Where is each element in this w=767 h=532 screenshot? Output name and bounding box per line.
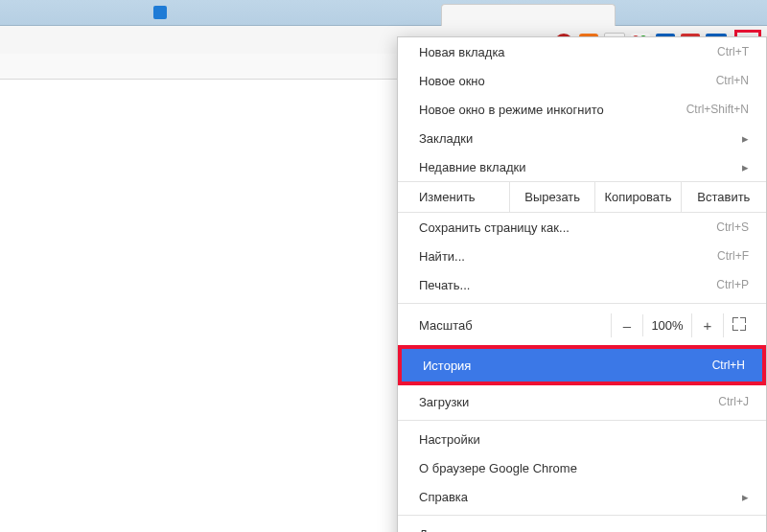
zoom-in-button[interactable]: + bbox=[691, 313, 723, 337]
menu-save-as[interactable]: Сохранить страницу как... Ctrl+S bbox=[398, 213, 766, 242]
page-subbar bbox=[0, 54, 397, 80]
chevron-right-icon: ▸ bbox=[742, 490, 749, 504]
fullscreen-button[interactable] bbox=[723, 313, 755, 337]
menu-item-label: Новое окно bbox=[419, 74, 485, 88]
menu-item-label: Недавние вкладки bbox=[419, 160, 525, 174]
menu-item-label: Загрузки bbox=[419, 395, 469, 409]
menu-bookmarks[interactable]: Закладки ▸ bbox=[398, 124, 766, 152]
menu-separator bbox=[398, 303, 766, 304]
menu-item-shortcut: Ctrl+Shift+N bbox=[686, 103, 749, 116]
menu-item-shortcut: Ctrl+J bbox=[718, 395, 749, 408]
menu-downloads[interactable]: Загрузки Ctrl+J bbox=[398, 387, 766, 416]
menu-item-label: Справка bbox=[419, 490, 468, 504]
menu-find[interactable]: Найти... Ctrl+F bbox=[398, 242, 766, 270]
chrome-main-menu: Новая вкладка Ctrl+T Новое окно Ctrl+N Н… bbox=[397, 36, 767, 532]
menu-item-shortcut: Ctrl+P bbox=[716, 278, 749, 291]
menu-item-label: О браузере Google Chrome bbox=[419, 461, 577, 475]
tab-strip bbox=[0, 0, 767, 26]
menu-item-shortcut: Ctrl+N bbox=[716, 74, 749, 87]
active-tab[interactable] bbox=[441, 4, 616, 26]
fullscreen-icon bbox=[732, 317, 746, 331]
menu-item-label: Новая вкладка bbox=[419, 45, 505, 59]
menu-item-label: Закладки bbox=[419, 131, 473, 146]
history-highlight: История Ctrl+H bbox=[398, 345, 766, 385]
menu-print[interactable]: Печать... Ctrl+P bbox=[398, 270, 766, 299]
menu-item-label: Новое окно в режиме инкогнито bbox=[419, 103, 604, 117]
menu-new-window[interactable]: Новое окно Ctrl+N bbox=[398, 66, 766, 95]
menu-new-tab[interactable]: Новая вкладка Ctrl+T bbox=[398, 37, 766, 66]
zoom-percentage: 100% bbox=[642, 314, 691, 336]
menu-history[interactable]: История Ctrl+H bbox=[402, 349, 762, 382]
menu-edit-row: Изменить Вырезать Копировать Вставить bbox=[398, 181, 766, 213]
chevron-right-icon: ▸ bbox=[742, 131, 749, 146]
menu-item-label: Печать... bbox=[419, 278, 470, 292]
menu-zoom-row: Масштаб – 100% + bbox=[398, 308, 766, 343]
menu-copy[interactable]: Копировать bbox=[594, 182, 680, 212]
zoom-label: Масштаб bbox=[419, 318, 473, 333]
menu-about[interactable]: О браузере Google Chrome bbox=[398, 453, 766, 482]
chevron-right-icon: ▸ bbox=[742, 527, 749, 533]
menu-item-label: Дополнительные инструменты bbox=[419, 527, 597, 533]
menu-separator bbox=[398, 515, 766, 516]
menu-settings[interactable]: Настройки bbox=[398, 425, 766, 453]
menu-recent-tabs[interactable]: Недавние вкладки ▸ bbox=[398, 152, 766, 181]
zoom-out-button[interactable]: – bbox=[611, 313, 642, 337]
menu-item-shortcut: Ctrl+F bbox=[717, 249, 749, 263]
menu-help[interactable]: Справка ▸ bbox=[398, 482, 766, 511]
menu-item-label: История bbox=[423, 359, 471, 373]
menu-item-label: Настройки bbox=[419, 432, 480, 447]
menu-item-shortcut: Ctrl+S bbox=[716, 220, 749, 234]
menu-paste[interactable]: Вставить bbox=[681, 182, 766, 212]
menu-incognito[interactable]: Новое окно в режиме инкогнито Ctrl+Shift… bbox=[398, 95, 766, 124]
menu-item-label: Найти... bbox=[419, 249, 465, 264]
menu-item-shortcut: Ctrl+H bbox=[712, 359, 745, 372]
chevron-right-icon: ▸ bbox=[742, 160, 749, 174]
menu-item-shortcut: Ctrl+T bbox=[717, 45, 749, 58]
menu-more-tools[interactable]: Дополнительные инструменты ▸ bbox=[398, 520, 766, 532]
edit-label: Изменить bbox=[398, 182, 509, 212]
tab-favicon[interactable] bbox=[153, 6, 167, 19]
menu-cut[interactable]: Вырезать bbox=[509, 182, 594, 212]
menu-separator bbox=[398, 420, 766, 421]
menu-item-label: Сохранить страницу как... bbox=[419, 220, 569, 235]
